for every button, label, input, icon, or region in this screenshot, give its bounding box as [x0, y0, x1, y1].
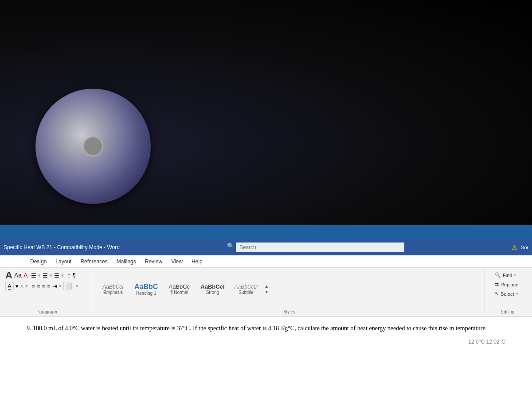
paragraph-label: Paragraph [5, 309, 88, 314]
scroll-up-arrow[interactable]: ▲ [263, 284, 270, 289]
style-normal[interactable]: AaBbCc ¶ Normal [164, 281, 195, 297]
menu-mailings[interactable]: Mailings [113, 257, 140, 266]
strong-preview: AaBbCcl [200, 283, 224, 290]
cd-disc [35, 89, 151, 204]
font-color-A[interactable]: A [20, 284, 23, 289]
menu-review[interactable]: Review [141, 257, 166, 266]
font-controls: A Aa A ☰ ▾ ☰ ▾ ☰ ▾ ↕ ¶ A̲ ▾ [5, 270, 88, 309]
styles-section: AaBbCcI Emphasis AaBbC Heading 1 AaBbCc … [96, 270, 485, 314]
find-dropdown[interactable]: ▾ [514, 273, 516, 278]
question-number: 9. [27, 325, 31, 332]
som-label: Sor [521, 245, 528, 250]
align-left-btn[interactable]: ≡ [31, 283, 35, 289]
list-bullet-btn[interactable]: ☰ [31, 272, 36, 279]
style-strong[interactable]: AaBbCcl Strong [196, 281, 228, 297]
styles-scroll[interactable]: ▲ ▼ [263, 284, 270, 294]
emphasis-label: Emphasis [103, 290, 123, 295]
list-number-btn[interactable]: ☰ [43, 272, 48, 279]
indent-btn[interactable]: ⇥ [52, 283, 57, 289]
subtitle-preview: AaBbCcD [235, 284, 258, 290]
align-justify-btn[interactable]: ≡ [47, 283, 51, 289]
heading1-preview: AaBbC [134, 283, 158, 291]
footer-page-info: 12 0°C 12 02°C [27, 339, 505, 345]
list-bullet-dropdown[interactable]: ▾ [38, 273, 41, 278]
font-A-red[interactable]: A [23, 272, 27, 279]
select-icon: ↖ [495, 291, 499, 297]
normal-label: ¶ Normal [170, 290, 188, 295]
select-button[interactable]: ↖ Select ▾ [492, 290, 523, 297]
search-input[interactable] [236, 243, 404, 252]
font-row1: A Aa A ☰ ▾ ☰ ▾ ☰ ▾ ↕ ¶ [5, 270, 88, 281]
menu-view[interactable]: View [168, 257, 186, 266]
dark-background [0, 0, 532, 239]
search-icon: 🔍 [227, 243, 234, 252]
font-color-arrow[interactable]: ▾ [25, 283, 28, 289]
editing-section: 🔍 Find ▾ ⇆ Replace ↖ Select ▾ Editing [489, 270, 528, 314]
pilcrow-btn[interactable]: ¶ [72, 272, 76, 279]
font-small-aa[interactable]: Aa [14, 272, 22, 279]
word-window: Specific Heat WS 21 - Compatibility Mode… [0, 239, 532, 399]
indent-dropdown[interactable]: ▾ [59, 283, 62, 289]
window-title: Specific Heat WS 21 - Compatibility Mode… [4, 244, 120, 250]
menu-help[interactable]: Help [188, 257, 206, 266]
select-dropdown[interactable]: ▾ [516, 292, 518, 296]
subtitle-label: Subtitle [239, 290, 253, 295]
warning-icon: ⚠ [512, 244, 517, 251]
menu-references[interactable]: References [77, 257, 111, 266]
style-heading1[interactable]: AaBbC Heading 1 [130, 281, 162, 298]
menu-design[interactable]: Design [27, 257, 50, 266]
document-content[interactable]: 9. 100.0 mL of 4.0°C water is heated unt… [0, 317, 532, 399]
list-number-dropdown[interactable]: ▾ [50, 273, 52, 278]
ribbon: A Aa A ☰ ▾ ☰ ▾ ☰ ▾ ↕ ¶ A̲ ▾ [0, 268, 532, 317]
taskbar [0, 225, 532, 239]
shading-btn[interactable]: ⬜ [63, 282, 74, 290]
heading1-label: Heading 1 [136, 291, 156, 296]
list-multi-dropdown[interactable]: ▾ [61, 273, 64, 278]
editing-controls: 🔍 Find ▾ ⇆ Replace ↖ Select ▾ [490, 270, 525, 299]
font-highlight-arrow[interactable]: ▾ [16, 283, 19, 289]
align-right-btn[interactable]: ≡ [42, 283, 46, 289]
replace-icon: ⇆ [495, 282, 499, 287]
find-icon: 🔍 [495, 272, 501, 278]
editing-label: Editing [490, 309, 525, 314]
search-area: 🔍 [120, 243, 512, 252]
font-underline-A[interactable]: A̲ [5, 282, 14, 290]
title-bar: Specific Heat WS 21 - Compatibility Mode… [0, 239, 532, 255]
align-center-btn[interactable]: ≡ [37, 283, 40, 289]
font-section: A Aa A ☰ ▾ ☰ ▾ ☰ ▾ ↕ ¶ A̲ ▾ [4, 270, 92, 314]
document-paragraph: 9. 100.0 mL of 4.0°C water is heated unt… [27, 324, 505, 333]
styles-label: Styles [98, 309, 481, 314]
style-subtitle[interactable]: AaBbCcD Subtitle [231, 282, 262, 297]
sort-btn[interactable]: ↕ [67, 272, 70, 279]
list-multi-btn[interactable]: ☰ [54, 272, 59, 279]
normal-preview: AaBbCc [168, 283, 190, 290]
menu-bar: Design Layout References Mailings Review… [0, 255, 532, 268]
emphasis-preview: AaBbCcI [102, 284, 123, 290]
styles-gallery: AaBbCcI Emphasis AaBbC Heading 1 AaBbCc … [98, 270, 481, 309]
scroll-down-arrow[interactable]: ▼ [263, 289, 270, 294]
title-bar-controls: ⚠ Sor [512, 244, 528, 251]
strong-label: Strong [206, 290, 219, 295]
find-button[interactable]: 🔍 Find ▾ [492, 271, 523, 279]
replace-button[interactable]: ⇆ Replace [492, 281, 523, 288]
menu-layout[interactable]: Layout [52, 257, 75, 266]
font-large-A[interactable]: A [5, 270, 12, 281]
shading-dropdown[interactable]: ▾ [76, 283, 78, 289]
question-text: 100.0 mL of 4.0°C water is heated until … [31, 325, 487, 332]
style-emphasis[interactable]: AaBbCcI Emphasis [98, 282, 129, 297]
font-row2: A̲ ▾ A ▾ ≡ ≡ ≡ ≡ ⇥ ▾ ⬜ ▾ [5, 282, 88, 290]
